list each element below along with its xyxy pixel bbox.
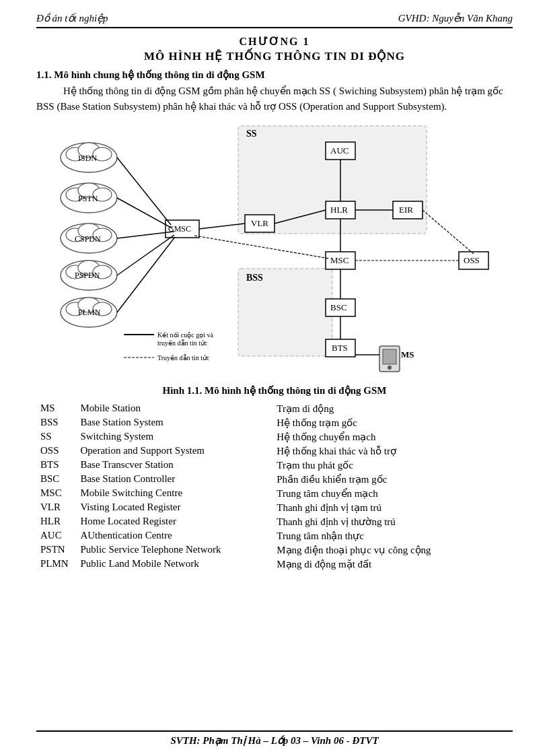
svg-text:PSTN: PSTN xyxy=(78,194,98,203)
svg-line-34 xyxy=(117,235,174,275)
abbr-vn: Mạng điện thoại phục vụ công cộng xyxy=(272,543,513,557)
svg-line-32 xyxy=(117,198,172,228)
abbr-code: MS xyxy=(36,402,76,416)
abbr-vn: Trung tâm nhận thực xyxy=(272,529,513,543)
svg-text:BSC: BSC xyxy=(330,302,347,312)
abbr-vn: Trung tâm chuyển mạch xyxy=(272,487,513,501)
svg-text:PLMN: PLMN xyxy=(78,308,101,317)
abbr-row: HLR Home Located Register Thanh ghi định… xyxy=(36,515,513,529)
abbr-vn: Hệ thống trạm gốc xyxy=(272,416,513,430)
abbr-code: MSC xyxy=(36,487,76,501)
abbr-row: MS Mobile Station Trạm di động xyxy=(36,402,513,416)
abbr-row: MSC Mobile Switching Centre Trung tâm ch… xyxy=(36,487,513,501)
footer: SVTH: Phạm Thị Hà – Lớp 03 – Vinh 06 - Đ… xyxy=(36,730,513,747)
abbr-row: BTS Base Transcver Station Trạm thu phát… xyxy=(36,458,513,473)
svg-text:Truyền dẫn tin tức: Truyền dẫn tin tức xyxy=(157,354,210,362)
abbr-full: Operation and Support System xyxy=(76,444,272,458)
svg-text:OSS: OSS xyxy=(464,255,480,265)
svg-text:MS: MS xyxy=(401,349,414,359)
abbr-full: Switching System xyxy=(76,430,272,444)
abbr-vn: Phần điều khiển trạm gốc xyxy=(272,473,513,487)
abbreviations-table: MS Mobile Station Trạm di động BSS Base … xyxy=(36,402,513,572)
svg-text:Kết nối cuộc gọi và: Kết nối cuộc gọi và xyxy=(157,331,213,339)
page: Đồ án tốt nghiệp GVHD: Nguyễn Văn Khang … xyxy=(0,0,549,756)
abbr-code: HLR xyxy=(36,515,76,529)
svg-line-31 xyxy=(117,158,171,225)
abbr-code: OSS xyxy=(36,444,76,458)
abbr-full: Base Transcver Station xyxy=(76,458,272,473)
svg-text:BTS: BTS xyxy=(332,343,348,353)
svg-text:MSC: MSC xyxy=(330,255,349,265)
svg-line-61 xyxy=(423,210,474,254)
abbr-code: VLR xyxy=(36,501,76,515)
svg-text:HLR: HLR xyxy=(330,205,348,215)
abbr-vn: Thanh ghi định vị tạm trú xyxy=(272,501,513,515)
abbr-code: PSTN xyxy=(36,543,76,557)
abbr-vn: Mạng di động mặt đất xyxy=(272,557,513,572)
header-right: GVHD: Nguyễn Văn Khang xyxy=(398,12,513,24)
abbr-full: Visting Located Register xyxy=(76,501,272,515)
svg-text:truyền dẫn tin tức: truyền dẫn tin tức xyxy=(157,339,208,347)
abbr-row: BSS Base Station System Hệ thống trạm gố… xyxy=(36,416,513,430)
abbr-full: Home Located Register xyxy=(76,515,272,529)
abbr-code: BSS xyxy=(36,416,76,430)
intro-paragraph: Hệ thống thông tin di động GSM gồm phân … xyxy=(36,83,513,115)
svg-text:PSPDN: PSPDN xyxy=(75,271,100,280)
abbr-row: AUC AUthentication Centre Trung tâm nhận… xyxy=(36,529,513,543)
abbr-row: PSTN Public Service Telephone Network Mạ… xyxy=(36,543,513,557)
abbr-full: AUthentication Centre xyxy=(76,529,272,543)
abbr-full: Mobile Switching Centre xyxy=(76,487,272,501)
abbr-vn: Hệ thống chuyển mạch xyxy=(272,430,513,444)
abbr-vn: Thanh ghi định vị thường trú xyxy=(272,515,513,529)
svg-text:BSS: BSS xyxy=(246,273,263,283)
svg-point-64 xyxy=(388,366,392,370)
svg-line-35 xyxy=(117,237,175,312)
figure-caption: Hình 1.1. Mô hình hệ thống thông tin di … xyxy=(36,384,513,397)
svg-text:VLR: VLR xyxy=(251,218,268,228)
abbr-code: SS xyxy=(36,430,76,444)
chapter-number: CHƯƠNG 1 xyxy=(36,35,513,48)
abbr-code: BSC xyxy=(36,473,76,487)
abbr-row: OSS Operation and Support System Hệ thốn… xyxy=(36,444,513,458)
svg-text:SS: SS xyxy=(246,129,257,139)
abbr-code: BTS xyxy=(36,458,76,473)
section-title: 1.1. Mô hình chung hệ thống thông tin di… xyxy=(36,69,513,81)
chapter-title: MÔ HÌNH HỆ THỐNG THÔNG TIN DI ĐỘNG xyxy=(36,49,513,63)
svg-text:EIR: EIR xyxy=(399,205,413,215)
abbr-full: Base Station System xyxy=(76,416,272,430)
svg-line-59 xyxy=(194,236,329,259)
abbr-code: PLMN xyxy=(36,557,76,572)
abbr-vn: Hệ thống khai thác và hỗ trợ xyxy=(272,444,513,458)
svg-text:ISDN: ISDN xyxy=(78,153,97,163)
abbr-vn: Trạm di động xyxy=(272,402,513,416)
abbr-full: Mobile Station xyxy=(76,402,272,416)
network-diagram: SS BSS ISDN PSTN CSPDN xyxy=(36,121,513,383)
abbr-row: VLR Visting Located Register Thanh ghi đ… xyxy=(36,501,513,515)
abbr-row: BSC Base Station Controller Phần điều kh… xyxy=(36,473,513,487)
abbr-code: AUC xyxy=(36,529,76,543)
abbr-full: Public Land Mobile Network xyxy=(76,557,272,572)
svg-text:CSPDN: CSPDN xyxy=(75,234,101,244)
abbr-full: Public Service Telephone Network xyxy=(76,543,272,557)
header-left: Đồ án tốt nghiệp xyxy=(36,12,108,24)
diagram-container: SS BSS ISDN PSTN CSPDN xyxy=(36,121,513,383)
abbr-row: SS Switching System Hệ thống chuyển mạch xyxy=(36,430,513,444)
abbr-full: Base Station Controller xyxy=(76,473,272,487)
header: Đồ án tốt nghiệp GVHD: Nguyễn Văn Khang xyxy=(36,12,513,28)
svg-text:AUC: AUC xyxy=(330,145,349,156)
abbr-vn: Trạm thu phát gốc xyxy=(272,458,513,473)
abbr-row: PLMN Public Land Mobile Network Mạng di … xyxy=(36,557,513,572)
svg-rect-63 xyxy=(383,349,396,364)
